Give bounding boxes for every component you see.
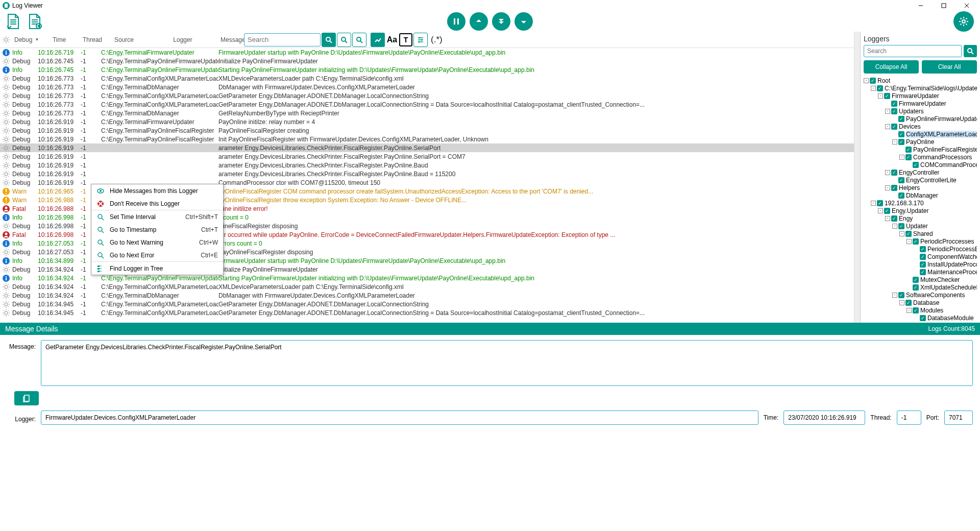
port-value[interactable]: [944, 411, 973, 425]
checkbox-icon[interactable]: [898, 116, 904, 122]
expand-icon[interactable]: -: [892, 139, 897, 144]
checkbox-icon[interactable]: [898, 131, 904, 137]
search-prev-button[interactable]: [337, 33, 351, 47]
tree-node[interactable]: -Helpers: [864, 184, 977, 191]
time-value[interactable]: [783, 411, 865, 425]
tree-node[interactable]: PayOnlineFiscalRegister: [864, 146, 977, 153]
expand-icon[interactable]: -: [906, 308, 912, 313]
maximize-button[interactable]: [932, 0, 955, 11]
expand-icon[interactable]: [906, 285, 912, 290]
tree-node[interactable]: DbManager: [864, 191, 977, 199]
log-row[interactable]: Debug10:16:26.773-1C:\Engy.TerminalSDbMa…: [0, 83, 854, 91]
expand-icon[interactable]: -: [871, 201, 876, 206]
options-button[interactable]: [413, 33, 428, 47]
tree-node[interactable]: DatabaseModule: [864, 314, 977, 322]
expand-icon[interactable]: [885, 101, 890, 106]
minimize-button[interactable]: [909, 0, 932, 11]
tree-node[interactable]: -Devices: [864, 123, 977, 130]
log-row[interactable]: Debug10:16:26.919-1arameter Engy.Devices…: [0, 143, 854, 152]
log-row[interactable]: Debug10:16:26.919-1C:\Engy.TerminalSPayO…: [0, 135, 854, 143]
checkbox-icon[interactable]: [898, 192, 904, 199]
settings-button[interactable]: [953, 11, 974, 32]
log-row[interactable]: Debug10:16:26.773-1C:\Engy.TerminalSConf…: [0, 74, 854, 83]
level-filter[interactable]: Debug▼: [12, 36, 38, 43]
tree-node[interactable]: -SoftwareComponents: [864, 291, 977, 299]
tree-node[interactable]: ComponentWatchdogPr: [864, 253, 977, 260]
expand-icon[interactable]: [892, 116, 897, 122]
expand-icon[interactable]: -: [892, 293, 897, 298]
expand-icon[interactable]: [914, 316, 919, 321]
logger-search-button[interactable]: [964, 45, 977, 57]
tree-node[interactable]: -C:\Engy.TerminalSide\logs\Updater\Firmw…: [864, 84, 977, 92]
col-logger[interactable]: Logger: [147, 36, 218, 43]
expand-icon[interactable]: [914, 247, 919, 252]
checkbox-icon[interactable]: [913, 238, 919, 245]
log-row[interactable]: Debug10:16:26.745-1C:\Engy.TerminalSPayO…: [0, 57, 854, 65]
pause-button[interactable]: [447, 12, 465, 31]
tree-node[interactable]: -CommandProcessors: [864, 153, 977, 161]
expand-icon[interactable]: -: [899, 155, 904, 160]
thread-value[interactable]: [897, 411, 921, 425]
scroll-down-button[interactable]: [514, 12, 533, 31]
collapse-all-button[interactable]: Collapse All: [864, 60, 919, 74]
log-row[interactable]: Debug10:16:34.945-1C:\Engy.TerminalSConf…: [0, 308, 854, 317]
ctx-item[interactable]: Don't Receive this Logger: [91, 197, 223, 210]
log-row[interactable]: Debug10:16:34.945-1C:\Engy.TerminalSConf…: [0, 300, 854, 308]
checkbox-icon[interactable]: [898, 223, 904, 229]
checkbox-icon[interactable]: [905, 154, 912, 160]
checkbox-icon[interactable]: [898, 292, 904, 298]
col-thread[interactable]: Thread: [81, 36, 101, 43]
expand-icon[interactable]: -: [878, 208, 883, 213]
checkbox-icon[interactable]: [877, 85, 883, 91]
expand-icon[interactable]: -: [885, 185, 890, 190]
checkbox-icon[interactable]: [913, 307, 919, 313]
checkbox-icon[interactable]: [920, 269, 926, 275]
tree-node[interactable]: -Updaters: [864, 107, 977, 115]
checkbox-icon[interactable]: [891, 185, 897, 191]
checkbox-icon[interactable]: [905, 147, 912, 153]
log-row[interactable]: Debug10:16:34.924-1C:\Engy.TerminalSDbMa…: [0, 291, 854, 300]
log-row[interactable]: Debug10:16:34.924-1C:\Engy.TerminalSConf…: [0, 282, 854, 291]
checkbox-icon[interactable]: [891, 215, 897, 222]
checkbox-icon[interactable]: [870, 78, 876, 84]
expand-icon[interactable]: -: [906, 239, 912, 244]
tree-node[interactable]: -Engy: [864, 214, 977, 222]
tree-node[interactable]: MaintenanceProcess: [864, 268, 977, 276]
expand-icon[interactable]: [914, 270, 919, 275]
expand-icon[interactable]: [906, 162, 912, 167]
expand-icon[interactable]: -: [885, 216, 890, 221]
checkbox-icon[interactable]: [891, 124, 897, 130]
close-button[interactable]: [955, 0, 978, 11]
expand-icon[interactable]: [914, 254, 919, 259]
tree-node[interactable]: -EngyController: [864, 168, 977, 176]
checkbox-icon[interactable]: [884, 93, 890, 99]
expand-icon[interactable]: -: [885, 124, 890, 129]
log-row[interactable]: Debug10:16:26.919-1C:\Engy.TerminalSFirm…: [0, 117, 854, 126]
log-row[interactable]: Debug10:16:26.919-1arameter Engy.Devices…: [0, 170, 854, 178]
checkbox-icon[interactable]: [891, 101, 897, 107]
checkbox-icon[interactable]: [898, 139, 904, 145]
checkbox-icon[interactable]: [920, 315, 926, 321]
ctx-item[interactable]: Find Logger in Tree: [91, 262, 223, 275]
tree-node[interactable]: MutexChecker: [864, 276, 977, 283]
checkbox-icon[interactable]: [913, 277, 919, 283]
message-search-input[interactable]: [244, 33, 321, 46]
checkbox-icon[interactable]: [898, 177, 904, 183]
log-row[interactable]: Debug10:16:26.773-1C:\Engy.TerminalSDbMa…: [0, 109, 854, 117]
tree-node[interactable]: -Engy.Updater: [864, 207, 977, 214]
log-row[interactable]: Debug10:16:26.773-1C:\Engy.TerminalSConf…: [0, 91, 854, 100]
checkbox-icon[interactable]: [920, 246, 926, 252]
open-file-alt-icon[interactable]: [26, 12, 45, 31]
col-source[interactable]: Source: [101, 36, 147, 43]
log-row[interactable]: Info10:16:26.745-1C:\Engy.TerminalSPayOn…: [0, 65, 854, 74]
checkbox-icon[interactable]: [884, 208, 890, 214]
expand-icon[interactable]: -: [892, 224, 897, 229]
checkbox-icon[interactable]: [920, 254, 926, 260]
tree-node[interactable]: -Shared: [864, 230, 977, 237]
expand-icon[interactable]: [892, 178, 897, 183]
tree-node[interactable]: PeriodicProccessBase: [864, 245, 977, 253]
ctx-item[interactable]: Hide Messages from this Logger: [91, 184, 223, 197]
tree-node[interactable]: ConfigXMLParameterLoader: [864, 130, 977, 138]
expand-icon[interactable]: -: [864, 78, 869, 83]
ctx-item[interactable]: Go to TimestampCtrl+T: [91, 223, 223, 236]
